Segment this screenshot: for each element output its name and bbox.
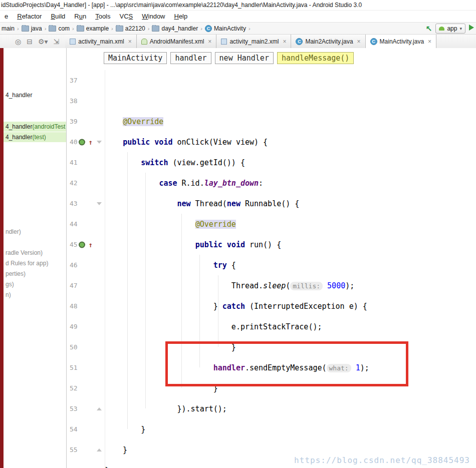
line-number: 51 bbox=[67, 357, 94, 378]
tab-activity_main.xml[interactable]: activity_main.xml× bbox=[65, 35, 136, 49]
breadcrumb-a22120[interactable]: a22120 bbox=[115, 25, 146, 32]
tab-MainActivity.java[interactable]: CMainActivity.java× bbox=[366, 35, 437, 49]
menu-item-e[interactable]: e bbox=[0, 11, 13, 22]
tab-AndroidManifest.xml[interactable]: AndroidManifest.xml× bbox=[137, 35, 217, 49]
fold-marker[interactable] bbox=[94, 439, 105, 460]
breadcrumb-example[interactable]: example bbox=[76, 25, 109, 32]
close-icon[interactable]: × bbox=[428, 38, 431, 45]
editor-crumb-2[interactable]: new Handler bbox=[215, 52, 274, 64]
code-token: @Override bbox=[123, 117, 163, 126]
locate-icon[interactable]: ◎ bbox=[15, 38, 21, 46]
project-tree-item[interactable]: 4_handler bbox=[6, 90, 32, 100]
editor-crumb-1[interactable]: handler bbox=[170, 52, 211, 64]
code-line[interactable]: 39 @Override bbox=[67, 111, 476, 132]
menu-item-run[interactable]: Run bbox=[70, 11, 91, 22]
menu-item-vcs[interactable]: VCS bbox=[115, 11, 138, 22]
tab-activity_main2.xml[interactable]: activity_main2.xml× bbox=[216, 35, 291, 49]
code-token: Thread. bbox=[105, 281, 263, 290]
code-text: } bbox=[105, 466, 476, 468]
fold-column bbox=[94, 296, 105, 316]
line-number: 48 bbox=[67, 296, 94, 316]
code-line[interactable]: 46 try { bbox=[67, 255, 476, 275]
run-button[interactable] bbox=[469, 25, 474, 32]
menu-item-refactor[interactable]: Refactor bbox=[13, 11, 46, 22]
code-line[interactable]: 44 @Override bbox=[67, 214, 476, 234]
fold-marker[interactable] bbox=[94, 193, 105, 214]
code-line[interactable]: 45↑ public void run() { bbox=[67, 234, 476, 255]
fold-column bbox=[94, 460, 105, 468]
project-tree-item[interactable]: ndler) bbox=[6, 227, 21, 237]
code-line[interactable]: 41 switch (view.getId()) { bbox=[67, 152, 476, 173]
run-config-selector[interactable]: app ▾ bbox=[435, 24, 465, 34]
project-tree-item[interactable]: 4_handler (test) bbox=[4, 132, 66, 142]
fold-marker[interactable] bbox=[94, 132, 105, 152]
fold-column bbox=[94, 275, 105, 296]
project-tree-item[interactable]: d Rules for app) bbox=[6, 258, 48, 268]
implements-marker-icon[interactable] bbox=[79, 139, 85, 145]
editor-crumb-0[interactable]: MainActivity bbox=[104, 52, 167, 64]
code-line[interactable]: 53 }).start(); bbox=[67, 398, 476, 419]
breadcrumb-MainActivity[interactable]: CMainActivity bbox=[204, 25, 247, 32]
editor-tabs: activity_main.xml×AndroidManifest.xml×ac… bbox=[65, 35, 436, 49]
close-icon[interactable]: × bbox=[357, 38, 361, 45]
menu-item-build[interactable]: Build bbox=[46, 11, 70, 22]
editor-crumb-3[interactable]: handleMessage() bbox=[277, 52, 354, 64]
menu-item-help[interactable]: Help bbox=[170, 11, 192, 22]
breadcrumb-day4_handler[interactable]: day4_handler bbox=[151, 25, 198, 32]
tab-Main2Activity.java[interactable]: CMain2Activity.java× bbox=[291, 35, 365, 49]
close-icon[interactable]: × bbox=[208, 38, 211, 45]
code-token bbox=[105, 220, 195, 229]
project-tree-item[interactable]: n) bbox=[6, 290, 11, 300]
code-editor[interactable]: MainActivityhandlernew HandlerhandleMess… bbox=[67, 48, 476, 468]
main-area: 4_handler4_handler (androidTest4_handler… bbox=[0, 48, 476, 468]
folder-icon bbox=[22, 26, 29, 32]
code-line[interactable]: 40↑ public void onClick(View view) { bbox=[67, 132, 476, 152]
code-line[interactable]: 37 bbox=[67, 70, 476, 91]
project-tree-item[interactable]: perties) bbox=[6, 269, 26, 279]
code-line[interactable]: 42 case R.id.lay_btn_down: bbox=[67, 173, 476, 193]
code-line[interactable]: 43 new Thread(new Runnable() { bbox=[67, 193, 476, 214]
override-arrow-icon[interactable]: ↑ bbox=[89, 138, 93, 146]
run-controls: ↖ app ▾ bbox=[426, 23, 474, 34]
tab-label: MainActivity.java bbox=[380, 38, 424, 45]
code-token: { bbox=[227, 261, 236, 270]
line-number bbox=[67, 460, 94, 468]
menu-item-tools[interactable]: Tools bbox=[91, 11, 115, 22]
project-tree-item[interactable]: gs) bbox=[6, 279, 14, 289]
pin-tab-icon[interactable]: ⇲ bbox=[54, 38, 60, 46]
breadcrumb-java[interactable]: java bbox=[21, 25, 43, 32]
fold-column bbox=[94, 234, 105, 255]
override-arrow-icon[interactable]: ↑ bbox=[89, 241, 93, 249]
code-token bbox=[105, 117, 123, 126]
project-tree-item[interactable]: 4_handler (androidTest bbox=[4, 122, 66, 132]
project-tree-item[interactable]: radle Version) bbox=[6, 248, 43, 258]
code-token: catch bbox=[222, 302, 245, 311]
code-line[interactable]: 49 e.printStackTrace(); bbox=[67, 316, 476, 337]
code-line[interactable]: 54 } bbox=[67, 419, 476, 439]
code-token: onClick(View view) { bbox=[172, 138, 268, 147]
code-text: }).start(); bbox=[105, 404, 476, 413]
annotation-highlight-box bbox=[165, 341, 408, 386]
close-icon[interactable]: × bbox=[283, 38, 286, 45]
code-text: public void run() { bbox=[105, 240, 476, 249]
tab-label: AndroidManifest.xml bbox=[150, 38, 204, 45]
breadcrumb-com[interactable]: com bbox=[48, 25, 70, 32]
breadcrumb-main[interactable]: main bbox=[1, 25, 15, 32]
settings-gear-icon[interactable]: ⚙▾ bbox=[38, 38, 48, 46]
tree-item-text: 4_handler bbox=[6, 134, 32, 141]
code-line[interactable]: 48 } catch (InterruptedException e) { bbox=[67, 296, 476, 316]
close-icon[interactable]: × bbox=[128, 38, 132, 45]
breadcrumb-label: main bbox=[2, 25, 15, 32]
back-arrow-icon[interactable]: ↖ bbox=[426, 24, 432, 33]
implements-marker-icon[interactable] bbox=[79, 241, 85, 248]
code-text: @Override bbox=[105, 220, 476, 229]
menu-item-window[interactable]: Window bbox=[137, 11, 169, 22]
fold-marker[interactable] bbox=[94, 398, 105, 419]
code-token: lay_btn_down bbox=[204, 179, 259, 188]
code-line[interactable]: 47 Thread.sleep(millis: 5000); bbox=[67, 275, 476, 296]
code-line[interactable]: 38 bbox=[67, 91, 476, 111]
code-token: public void bbox=[195, 240, 245, 249]
line-number: 41 bbox=[67, 152, 94, 173]
line-number: 50 bbox=[67, 337, 94, 357]
collapse-all-icon[interactable]: ⊟ bbox=[27, 38, 33, 46]
